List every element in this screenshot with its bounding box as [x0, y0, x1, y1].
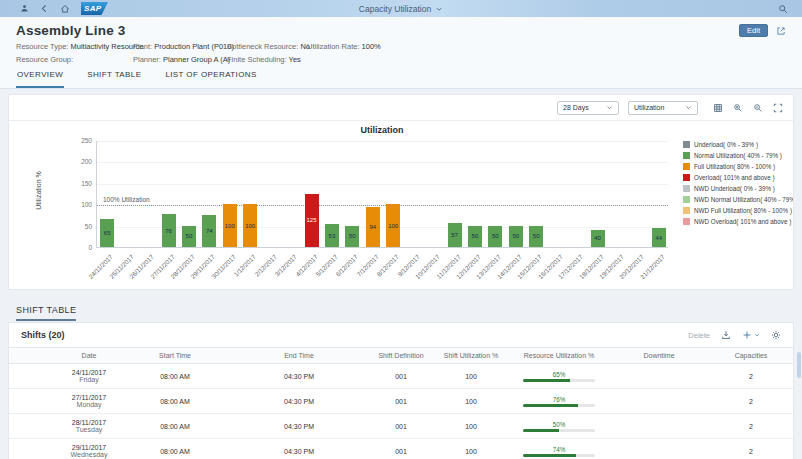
field-label: Utilization Rate: [307, 42, 362, 51]
legend-swatch [683, 196, 690, 203]
scrollbar-thumb[interactable] [797, 352, 801, 378]
chart-bar[interactable]: 74 [202, 215, 216, 247]
chart-bar[interactable]: 100 [386, 204, 400, 247]
gridline [97, 141, 668, 142]
period-select-value: 28 Days [563, 104, 589, 111]
bar-value-label: 50 [182, 233, 196, 239]
chart-bar[interactable]: 50 [488, 226, 502, 247]
bar-value-label: 100 [243, 223, 257, 229]
chart-title: Utilization [96, 125, 668, 135]
chart-bar[interactable]: 50 [468, 226, 482, 247]
header-field: Resource Group: [16, 55, 133, 64]
field-label: Planner: [133, 55, 163, 64]
app-root: SAP Capacity Utilization Assembly Line 3… [0, 0, 802, 459]
legend-label: Normal Utilization( 40% - 79% ) [694, 152, 782, 159]
shift-definition-cell: 001 [369, 398, 433, 405]
chart-bar[interactable]: 40 [591, 230, 605, 247]
chart-bar[interactable]: 65 [100, 219, 114, 247]
app-title-menu[interactable]: Capacity Utilization [321, 4, 481, 14]
chart-legend: Underload( 0% - 39% )Normal Utilization(… [683, 139, 793, 227]
header-field: Finite Scheduling: Yes [227, 55, 307, 64]
bar-value-label: 100 [223, 223, 237, 229]
date-cell: 27/11/2017Monday [57, 394, 121, 408]
period-select[interactable]: 28 Days [557, 101, 619, 115]
bar-value-label: 94 [366, 224, 380, 230]
chart-bar[interactable]: 57 [448, 223, 462, 247]
bar-value-label: 40 [591, 235, 605, 241]
chart-bar[interactable]: 53 [325, 224, 339, 247]
fullscreen-icon[interactable] [773, 103, 783, 113]
header-field: Utilization Rate: 100% [307, 42, 786, 51]
start-time-cell: 08:00 AM [121, 423, 229, 430]
legend-label: NWD Underload( 0% - 39% ) [694, 185, 775, 192]
chevron-down-icon [754, 332, 760, 338]
chart-bar[interactable]: 76 [162, 214, 176, 247]
chart-bar[interactable]: 50 [509, 226, 523, 247]
table-header-row: DateStart TimeEnd TimeShift DefinitionSh… [9, 347, 793, 364]
tab-list-of-operations[interactable]: LIST OF OPERATIONS [164, 64, 257, 88]
field-value: Yes [289, 55, 301, 64]
export-icon[interactable] [721, 330, 731, 340]
table-row[interactable]: 27/11/2017Monday08:00 AM04:30 PM00110076… [9, 389, 793, 414]
column-header-downtime: Downtime [609, 352, 709, 359]
share-icon[interactable] [776, 26, 786, 36]
header-fields-row-1: Resource Type: Multiactivity ResourcePla… [16, 42, 786, 51]
edit-button[interactable]: Edit [739, 24, 768, 37]
progress-indicator: 74% [523, 446, 595, 457]
shift-utilization-cell: 100 [433, 448, 509, 455]
progress-track [523, 404, 595, 407]
table-row[interactable]: 24/11/2017Friday08:00 AM04:30 PM00110065… [9, 364, 793, 389]
column-header-start-time: Start Time [121, 352, 229, 359]
chart-bar[interactable]: 44 [652, 228, 666, 247]
tab-overview[interactable]: OVERVIEW [16, 64, 64, 88]
progress-fill [523, 404, 578, 407]
measure-select[interactable]: Utilization [628, 101, 698, 115]
weekday-value: Tuesday [57, 426, 121, 433]
chart-toolbar: 28 Days Utilization [9, 95, 793, 121]
chevron-down-icon [606, 104, 613, 111]
capacities-cell: 2 [709, 398, 793, 405]
shift-utilization-cell: 100 [433, 398, 509, 405]
table-row[interactable]: 29/11/2017Wednesday08:00 AM04:30 PM00110… [9, 439, 793, 459]
chart-bar[interactable]: 125 [305, 194, 319, 248]
table-view-icon[interactable] [713, 103, 723, 113]
sap-logo: SAP [81, 2, 108, 15]
resource-utilization-cell: 74% [509, 446, 609, 457]
legend-item: NWD Underload( 0% - 39% ) [683, 183, 793, 194]
legend-swatch [683, 141, 690, 148]
weekday-value: Monday [57, 401, 121, 408]
chevron-down-icon [435, 5, 443, 13]
header-field: Bottleneck Resource: No [227, 42, 307, 51]
chart-bar[interactable]: 50 [529, 226, 543, 247]
user-icon[interactable] [20, 4, 29, 13]
end-time-cell: 04:30 PM [229, 373, 369, 380]
chart-card: 28 Days Utilization [8, 94, 794, 290]
bar-value-label: 100 [386, 223, 400, 229]
delete-button[interactable]: Delete [688, 331, 710, 340]
zoom-out-icon[interactable] [753, 103, 763, 113]
settings-icon[interactable] [771, 330, 781, 340]
legend-swatch [683, 218, 690, 225]
page-title: Assembly Line 3 [16, 23, 126, 38]
progress-fill [523, 379, 570, 382]
section-title-shift-table[interactable]: SHIFT TABLE [16, 305, 76, 321]
chart-bar[interactable]: 100 [223, 204, 237, 247]
header-field: Resource Type: Multiactivity Resource [16, 42, 133, 51]
table-row[interactable]: 28/11/2017Tuesday08:00 AM04:30 PM0011005… [9, 414, 793, 439]
back-icon[interactable] [40, 4, 49, 13]
home-icon[interactable] [60, 4, 70, 14]
date-value: 29/11/2017 [57, 444, 121, 451]
chart-bar[interactable]: 100 [243, 204, 257, 247]
chart-bar[interactable]: 94 [366, 207, 380, 247]
field-label: Resource Group: [16, 55, 73, 64]
search-icon[interactable] [778, 4, 788, 14]
zoom-in-icon[interactable] [733, 103, 743, 113]
chart-bar[interactable]: 50 [345, 226, 359, 247]
add-button[interactable] [742, 330, 760, 340]
tab-shift-table[interactable]: SHIFT TABLE [86, 64, 142, 88]
chart-bar[interactable]: 50 [182, 226, 196, 247]
app-title-label: Capacity Utilization [359, 4, 431, 14]
progress-label: 76% [523, 396, 595, 403]
bar-value-label: 76 [162, 228, 176, 234]
legend-item: Overload( 101% and above ) [683, 172, 793, 183]
